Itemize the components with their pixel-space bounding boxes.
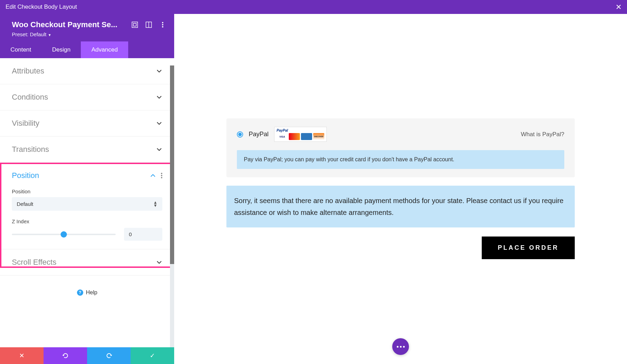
section-title: Position	[12, 171, 39, 180]
visa-card-icon: VISA	[277, 133, 288, 140]
discover-icon: DISCOVER	[313, 133, 324, 140]
chevron-down-icon	[156, 259, 162, 265]
kebab-icon[interactable]	[161, 173, 162, 178]
builder-fab[interactable]	[392, 338, 409, 355]
close-icon[interactable]: ×	[616, 2, 621, 12]
section-title: Scroll Effects	[12, 258, 56, 267]
payment-methods-box: PayPal PayPal VISA DISCOVER What is PayP…	[226, 118, 575, 177]
paypal-option-row[interactable]: PayPal PayPal VISA DISCOVER What is PayP…	[237, 127, 564, 142]
expand-icon[interactable]	[132, 22, 138, 28]
settings-sidebar: Woo Checkout Payment Se... Preset: Defau…	[0, 14, 174, 364]
chevron-down-icon	[156, 120, 162, 126]
tab-advanced[interactable]: Advanced	[81, 41, 128, 58]
svg-rect-1	[133, 23, 136, 26]
preview-canvas: PayPal PayPal VISA DISCOVER What is PayP…	[174, 14, 627, 364]
save-button[interactable]: ✓	[131, 347, 174, 364]
bottom-actions: ✕ ✓	[0, 347, 174, 364]
section-title: Conditions	[12, 93, 48, 102]
section-visibility[interactable]: Visibility	[0, 110, 174, 137]
position-select[interactable]: Default ▲▼	[12, 197, 162, 211]
panel-body: Attributes Conditions Visibility Transit…	[0, 58, 174, 347]
chevron-up-icon	[150, 172, 156, 179]
amex-icon	[301, 133, 312, 140]
section-title: Attributes	[12, 67, 44, 76]
section-attributes[interactable]: Attributes	[0, 58, 174, 84]
svg-point-4	[162, 22, 163, 23]
what-is-paypal-link[interactable]: What is PayPal?	[521, 131, 564, 138]
tabs: Content Design Advanced	[0, 41, 174, 58]
dots-icon	[397, 346, 405, 348]
tab-content[interactable]: Content	[0, 41, 42, 58]
position-field-label: Position	[12, 188, 162, 194]
zindex-field-label: Z Index	[12, 218, 162, 224]
svg-point-6	[162, 26, 163, 28]
columns-icon[interactable]	[146, 22, 152, 28]
svg-point-5	[162, 24, 163, 25]
section-conditions[interactable]: Conditions	[0, 84, 174, 110]
section-transitions[interactable]: Transitions	[0, 137, 174, 163]
slider-thumb[interactable]	[61, 231, 67, 238]
section-title: Transitions	[12, 145, 49, 154]
module-header: Woo Checkout Payment Se... Preset: Defau…	[0, 14, 174, 41]
preset-selector[interactable]: Preset: Default ▼	[12, 31, 166, 37]
zindex-slider[interactable]	[12, 234, 116, 235]
place-order-button[interactable]: PLACE ORDER	[482, 237, 575, 259]
help-link[interactable]: ? Help	[0, 276, 174, 306]
chevron-down-icon	[156, 146, 162, 153]
tab-design[interactable]: Design	[42, 41, 81, 58]
discard-button[interactable]: ✕	[0, 347, 44, 364]
scrollbar-track[interactable]	[170, 65, 174, 347]
chevron-down-icon	[156, 94, 162, 100]
topbar: Edit Checkout Body Layout ×	[0, 0, 627, 14]
section-title: Visibility	[12, 119, 39, 128]
section-position-head[interactable]: Position	[0, 163, 174, 188]
paypal-cards-image: PayPal VISA DISCOVER	[274, 127, 327, 142]
zindex-value[interactable]: 0	[124, 228, 162, 241]
no-payment-methods-notice: Sorry, it seems that there are no availa…	[226, 186, 575, 227]
help-icon: ?	[77, 289, 83, 296]
module-title: Woo Checkout Payment Se...	[12, 20, 127, 29]
scrollbar-thumb[interactable]	[170, 65, 174, 264]
paypal-label: PayPal	[249, 131, 269, 138]
redo-button[interactable]	[87, 347, 131, 364]
section-scroll-effects[interactable]: Scroll Effects	[0, 249, 174, 276]
chevron-down-icon	[156, 68, 162, 74]
section-position: Position Position Default ▲▼ Z Index	[0, 163, 174, 249]
undo-button[interactable]	[44, 347, 87, 364]
paypal-description: Pay via PayPal; you can pay with your cr…	[237, 150, 564, 169]
kebab-icon[interactable]	[160, 22, 166, 28]
svg-rect-0	[132, 22, 138, 28]
topbar-title: Edit Checkout Body Layout	[6, 3, 77, 10]
mastercard-icon	[289, 133, 300, 140]
paypal-radio[interactable]	[237, 131, 243, 138]
